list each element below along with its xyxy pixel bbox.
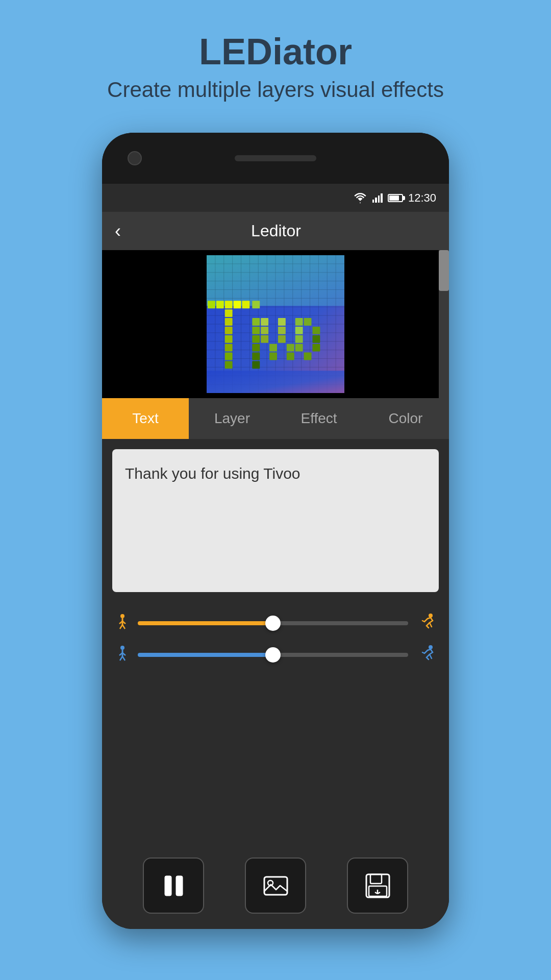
svg-rect-61: [295, 318, 303, 326]
svg-rect-40: [225, 335, 233, 343]
app-subtitle: Create multiple layers visual effects: [107, 78, 444, 102]
person-icon-left-blue: [115, 645, 130, 665]
svg-rect-60: [287, 353, 294, 360]
svg-rect-57: [278, 327, 286, 334]
svg-rect-47: [252, 335, 260, 343]
svg-rect-54: [269, 344, 277, 352]
status-bar: 12:30: [102, 184, 449, 212]
app-title: LEDiator: [199, 31, 352, 72]
camera: [128, 151, 142, 165]
svg-rect-37: [225, 309, 233, 317]
svg-rect-70: [207, 371, 344, 393]
running-icon-right-orange: [416, 612, 436, 634]
svg-line-75: [120, 625, 122, 629]
svg-rect-62: [304, 318, 312, 326]
svg-line-83: [122, 656, 125, 660]
svg-point-78: [120, 646, 124, 650]
speed-slider-row: [115, 612, 436, 634]
tabs-bar: Text Layer Effect Color: [102, 398, 449, 439]
phone-notch: [102, 133, 449, 184]
scroll-thumb: [439, 250, 449, 291]
svg-rect-45: [252, 318, 260, 326]
svg-rect-50: [252, 361, 260, 369]
svg-rect-44: [252, 301, 260, 308]
tab-layer[interactable]: Layer: [189, 398, 276, 439]
svg-rect-86: [176, 876, 183, 896]
phone-mockup: 12:30 ‹ Leditor: [102, 133, 449, 929]
svg-rect-68: [312, 344, 320, 352]
header-title: Leditor: [131, 222, 421, 240]
gallery-button[interactable]: [245, 857, 306, 914]
svg-rect-48: [252, 344, 260, 352]
svg-rect-64: [295, 327, 303, 334]
scroll-indicator[interactable]: [439, 250, 449, 398]
text-input-value: Thank you for using Tivoo: [125, 465, 300, 482]
svg-rect-87: [264, 877, 287, 895]
svg-rect-59: [287, 344, 294, 352]
svg-rect-69: [312, 335, 320, 343]
speed-slider-thumb[interactable]: [265, 616, 281, 631]
svg-rect-35: [234, 301, 241, 308]
svg-rect-43: [225, 361, 233, 369]
led-display: [102, 250, 449, 398]
led-grid-svg: [207, 255, 344, 393]
svg-rect-42: [225, 353, 233, 360]
text-input-area[interactable]: Thank you for using Tivoo: [112, 449, 439, 592]
bottom-controls: [102, 857, 449, 914]
svg-rect-39: [225, 327, 233, 334]
battery-icon: [388, 194, 403, 202]
svg-rect-49: [252, 353, 260, 360]
svg-rect-46: [252, 327, 260, 334]
status-icons: 12:30: [353, 191, 436, 205]
svg-rect-36: [242, 301, 249, 308]
svg-rect-41: [225, 344, 233, 352]
app-header: ‹ Leditor: [102, 212, 449, 250]
svg-rect-85: [165, 876, 171, 896]
back-button[interactable]: ‹: [115, 220, 121, 242]
svg-rect-65: [295, 335, 303, 343]
phone-screen: 12:30 ‹ Leditor: [102, 184, 449, 929]
status-time: 12:30: [408, 191, 436, 205]
wifi-icon: [353, 192, 367, 204]
svg-rect-55: [269, 353, 277, 360]
tab-color[interactable]: Color: [362, 398, 449, 439]
save-button[interactable]: [347, 857, 408, 914]
svg-rect-63: [312, 327, 320, 334]
svg-rect-33: [216, 301, 224, 308]
size-slider-row: [115, 644, 436, 666]
pause-button[interactable]: [143, 857, 204, 914]
svg-rect-53: [261, 335, 268, 343]
tab-text[interactable]: Text: [102, 398, 189, 439]
svg-line-82: [120, 656, 122, 660]
person-icon-left: [115, 614, 130, 633]
svg-rect-58: [278, 318, 286, 326]
size-slider-track[interactable]: [138, 653, 408, 657]
svg-rect-90: [370, 874, 382, 884]
running-icon-right-blue: [416, 644, 436, 666]
speaker: [235, 155, 316, 161]
svg-point-71: [120, 614, 124, 618]
svg-rect-52: [261, 327, 268, 334]
signal-icon: [372, 193, 383, 203]
tab-effect[interactable]: Effect: [276, 398, 362, 439]
speed-slider-track[interactable]: [138, 621, 408, 625]
svg-rect-34: [225, 301, 233, 308]
svg-rect-38: [225, 318, 233, 326]
svg-rect-66: [295, 344, 303, 352]
svg-rect-67: [304, 353, 312, 360]
size-slider-thumb[interactable]: [265, 647, 281, 663]
svg-line-76: [122, 625, 125, 629]
svg-rect-51: [261, 318, 268, 326]
sliders-section: [102, 602, 449, 676]
svg-rect-32: [208, 301, 215, 308]
svg-rect-56: [278, 335, 286, 343]
